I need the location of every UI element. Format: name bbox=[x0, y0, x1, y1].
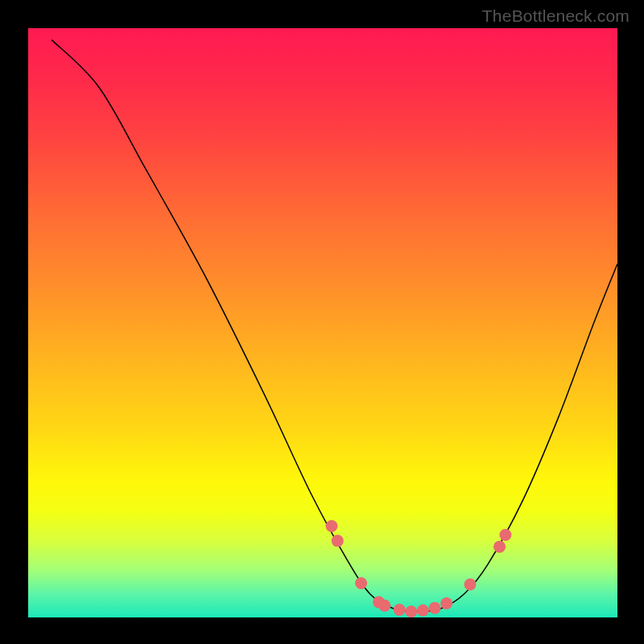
plot-area bbox=[28, 28, 617, 617]
data-markers bbox=[325, 520, 511, 617]
data-marker bbox=[378, 600, 390, 612]
data-marker bbox=[355, 577, 367, 589]
data-marker bbox=[440, 597, 452, 609]
data-marker bbox=[405, 605, 417, 617]
chart-container: TheBottleneck.com bbox=[0, 0, 644, 644]
watermark-text: TheBottleneck.com bbox=[482, 6, 630, 26]
data-marker bbox=[332, 535, 344, 547]
data-marker bbox=[417, 605, 429, 617]
data-marker bbox=[325, 520, 337, 532]
data-marker bbox=[493, 541, 506, 553]
data-marker bbox=[464, 579, 477, 591]
data-marker bbox=[429, 602, 441, 614]
data-marker bbox=[394, 604, 406, 616]
chart-svg bbox=[28, 28, 617, 617]
data-marker bbox=[499, 529, 511, 541]
